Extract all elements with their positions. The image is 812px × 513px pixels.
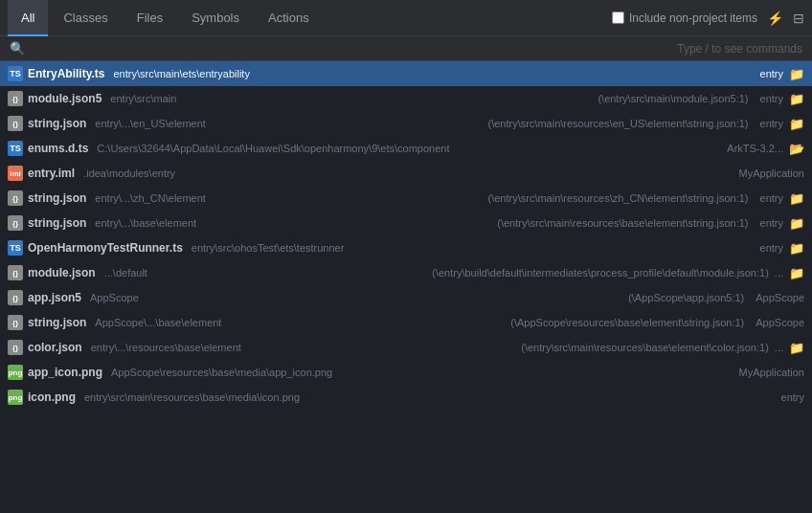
file-path: C:\Users\32644\AppData\Local\Huawei\Sdk\… (97, 143, 449, 154)
list-item[interactable]: {}string.jsonAppScope\...\base\element(\… (0, 310, 812, 335)
file-location: (\AppScope\resources\base\element\string… (510, 317, 744, 328)
list-item[interactable]: {}string.jsonentry\...\zh_CN\element(\en… (0, 186, 812, 211)
file-location: (\entry\src\main\resources\base\element\… (497, 217, 748, 229)
include-non-project-checkbox[interactable] (612, 11, 624, 24)
include-non-project-label[interactable]: Include non-project items (612, 11, 757, 25)
filter-icon[interactable]: ⚡ (767, 11, 783, 26)
json-file-icon: {} (8, 290, 23, 305)
list-item[interactable]: {}module.json5entry\src\main(\entry\src\… (0, 86, 812, 111)
file-name: enums.d.ts (28, 142, 88, 155)
list-item[interactable]: imlentry.iml.idea\modules\entryMyApplica… (0, 161, 812, 186)
list-item[interactable]: pngapp_icon.pngAppScope\resources\base\m… (0, 360, 812, 385)
file-path: .idea\modules\entry (83, 167, 175, 179)
file-row-right: entry (776, 391, 804, 403)
search-bar: 🔍 Type / to see commands (0, 36, 812, 61)
file-location: (\entry\src\main\resources\en_US\element… (487, 118, 748, 129)
file-row-right: entry📁 (755, 241, 804, 256)
folder-icon-blue: 📁 (789, 67, 804, 81)
tab-all[interactable]: All (8, 0, 48, 36)
folder-icon-blue: 📁 (789, 117, 804, 131)
folder-icon-blue: 📁 (789, 92, 804, 106)
file-row-right: MyApplication (733, 367, 804, 378)
file-row-right: ArkTS-3.2...📂 (727, 142, 804, 156)
file-name: module.json5 (28, 92, 102, 105)
file-path: entry\...\resources\base\element (91, 342, 241, 353)
ellipsis-icon: ... (775, 342, 783, 353)
tab-symbols[interactable]: Symbols (178, 0, 253, 36)
file-name: string.json (28, 216, 86, 230)
file-module: entry (781, 391, 804, 403)
file-path: entry\src\main\resources\base\media\icon… (84, 391, 300, 403)
command-hint: Type / to see commands (677, 42, 802, 56)
json-file-icon: {} (8, 340, 23, 355)
png-file-icon: png (8, 390, 23, 405)
file-location: (\entry\src\main\module.json5:1) (598, 93, 748, 104)
list-item[interactable]: {}module.json...\default(\entry\build\de… (0, 260, 812, 285)
include-non-project-text: Include non-project items (629, 11, 757, 25)
file-row-right: (\AppScope\resources\base\element\string… (510, 317, 804, 328)
file-path: AppScope\...\base\element (95, 317, 221, 328)
list-item[interactable]: TSenums.d.tsC:\Users\32644\AppData\Local… (0, 136, 812, 161)
file-row-right: entry📁 (755, 67, 804, 81)
list-item[interactable]: {}string.jsonentry\...\en_US\element(\en… (0, 111, 812, 136)
file-module: entry (760, 118, 783, 129)
file-module: AppScope (756, 292, 804, 303)
file-location: ArkTS-3.2... (727, 143, 783, 154)
tab-files[interactable]: Files (124, 0, 176, 36)
file-row-right: (\entry\src\main\module.json5:1)entry📁 (598, 92, 804, 106)
search-left: 🔍 (10, 41, 31, 56)
tab-bar: All Classes Files Symbols Actions Includ… (0, 0, 812, 36)
file-module: entry (760, 242, 783, 254)
file-name: OpenHarmonyTestRunner.ts (28, 241, 183, 255)
file-name: app.json5 (28, 291, 81, 304)
file-name: string.json (28, 117, 86, 130)
file-name: module.json (28, 266, 96, 279)
tab-actions[interactable]: Actions (255, 0, 323, 36)
file-path: entry\...\en_US\element (95, 118, 206, 129)
search-icon: 🔍 (10, 41, 25, 56)
file-row-right: (\entry\build\default\intermediates\proc… (432, 266, 804, 280)
file-module: MyApplication (739, 367, 804, 378)
file-row-right: (\AppScope\app.json5:1)AppScope (628, 292, 804, 303)
file-path: entry\src\main (110, 93, 176, 104)
list-item[interactable]: {}app.json5AppScope(\AppScope\app.json5:… (0, 285, 812, 310)
list-item[interactable]: TSEntryAbility.tsentry\src\main\ets\entr… (0, 61, 812, 86)
list-item[interactable]: TSOpenHarmonyTestRunner.tsentry\src\ohos… (0, 235, 812, 260)
file-name: EntryAbility.ts (28, 67, 104, 80)
file-name: icon.png (28, 390, 76, 404)
file-path: ...\default (104, 267, 147, 279)
file-name: entry.iml (28, 167, 75, 180)
file-location: (\entry\src\main\resources\base\element\… (521, 342, 769, 353)
iml-file-icon: iml (8, 166, 23, 181)
file-path: entry\...\zh_CN\element (95, 192, 206, 204)
file-row-right: (\entry\src\main\resources\zh_CN\element… (487, 191, 804, 206)
json-file-icon: {} (8, 215, 23, 231)
folder-icon-blue: 📁 (789, 266, 804, 280)
file-row-right: MyApplication (733, 167, 804, 179)
file-location: (\AppScope\app.json5:1) (628, 292, 744, 303)
list-item[interactable]: pngicon.pngentry\src\main\resources\base… (0, 385, 812, 410)
tab-classes[interactable]: Classes (50, 0, 121, 36)
file-module: AppScope (756, 317, 804, 328)
folder-icon-blue: 📁 (789, 241, 804, 256)
folder-icon-blue: 📁 (789, 216, 804, 231)
json-file-icon: {} (8, 116, 23, 131)
file-row-right: (\entry\src\main\resources\base\element\… (521, 341, 804, 355)
ellipsis-icon: ... (775, 267, 783, 279)
png-file-icon: png (8, 365, 23, 380)
file-module: MyApplication (739, 167, 804, 179)
file-name: string.json (28, 316, 86, 329)
file-module: entry (760, 68, 783, 79)
file-path: AppScope\resources\base\media\app_icon.p… (111, 367, 332, 378)
file-module: entry (760, 93, 783, 104)
file-location: (\entry\build\default\intermediates\proc… (432, 267, 769, 279)
file-location: (\entry\src\main\resources\zh_CN\element… (487, 192, 748, 204)
file-row-right: (\entry\src\main\resources\base\element\… (497, 216, 804, 231)
file-list: TSEntryAbility.tsentry\src\main\ets\entr… (0, 61, 812, 509)
folder-icon-blue: 📁 (789, 191, 804, 206)
list-item[interactable]: {}string.jsonentry\...\base\element(\ent… (0, 211, 812, 235)
layout-icon[interactable]: ⊟ (793, 11, 804, 26)
list-item[interactable]: {}color.jsonentry\...\resources\base\ele… (0, 335, 812, 360)
json-file-icon: {} (8, 91, 23, 106)
file-name: string.json (28, 191, 86, 205)
